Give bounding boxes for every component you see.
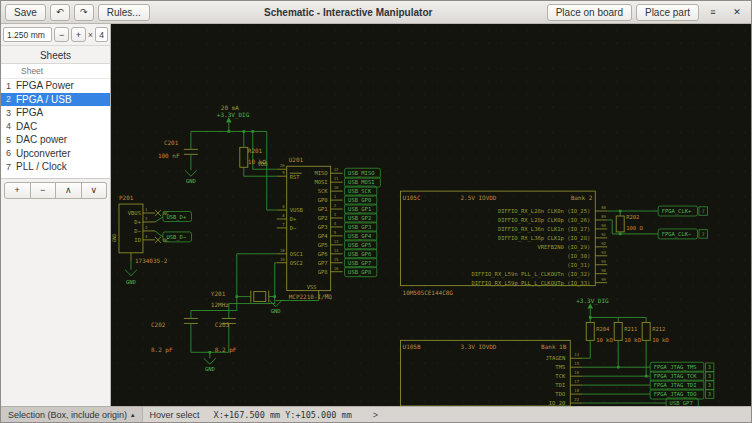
schematic-text: 18	[280, 248, 285, 253]
net-label[interactable]: USB_GP2	[345, 213, 377, 223]
net-label[interactable]: FPGA_CLK+7	[658, 206, 707, 216]
schematic-text: +3.3V_DIG	[217, 111, 250, 119]
svg-text:3: 3	[708, 364, 711, 370]
schematic-text: GND	[126, 279, 136, 285]
schematic-text: 8.2 pF	[215, 346, 237, 354]
selection-mode-button[interactable]: Selection (Box, include origin) ▴	[1, 407, 143, 422]
schematic-text: GP1	[318, 206, 328, 212]
redo-icon[interactable]: ↷	[74, 4, 94, 21]
selection-mode-arrow-icon: ▴	[131, 411, 135, 419]
schematic-text: 3	[334, 212, 337, 217]
main-area: 1.250 mm − + × 4 Sheets Sheet 1FPGA Powe…	[1, 24, 751, 406]
schematic-text: C201	[164, 139, 179, 146]
sheet-name: Upconverter	[16, 148, 110, 159]
net-label[interactable]: FPGA_JTAG_TDI3	[650, 380, 714, 390]
schematic-text: 94	[601, 259, 606, 264]
grid-spacing-input[interactable]: 1.250 mm	[3, 27, 52, 42]
net-label[interactable]: USB_SCK	[345, 186, 377, 196]
net-label[interactable]: USB_GP3	[345, 222, 377, 232]
grid-controls: 1.250 mm − + × 4	[1, 24, 110, 46]
net-label[interactable]: USB_GP5	[345, 240, 377, 250]
net-label[interactable]: FPGA_JTAG_TMS3	[650, 362, 714, 372]
tool-hint: Hover select	[143, 407, 207, 422]
sheet-number: 1	[1, 81, 16, 91]
svg-text:FPGA_JTAG_TCK: FPGA_JTAG_TCK	[654, 373, 698, 380]
undo-icon[interactable]: ↶	[50, 4, 70, 21]
net-label[interactable]: USB_GP1	[345, 204, 377, 214]
svg-text:3: 3	[708, 391, 711, 397]
net-label[interactable]: USB_GP6	[345, 249, 377, 259]
schematic-text: 10	[334, 185, 339, 190]
close-icon[interactable]: ✕	[727, 4, 747, 21]
sheet-row[interactable]: 5DAC power	[1, 133, 110, 147]
sheet-row[interactable]: 1FPGA Power	[1, 79, 110, 93]
sheet-row[interactable]: 6Upconverter	[1, 147, 110, 161]
net-label[interactable]: USB_GP0	[345, 195, 377, 205]
svg-text:USB_GP5: USB_GP5	[348, 242, 371, 249]
schematic-text: GP7	[318, 260, 328, 266]
sheet-row[interactable]: 7PLL / Clock	[1, 160, 110, 174]
grid-multiplier-icon: ×	[88, 30, 93, 40]
schematic-text: JTAGEN	[545, 355, 565, 361]
schematic-text: TMS	[555, 364, 565, 370]
sheet-number: 3	[1, 108, 16, 118]
schematic-text: DIFFIO_RX_L36p CLK1p (IO_28)	[498, 235, 590, 242]
sheet-row[interactable]: 2FPGA / USB	[1, 93, 110, 107]
schematic-text: D−	[290, 225, 297, 231]
schematic-text: 8	[282, 213, 285, 218]
schematic-text: 6	[282, 204, 285, 209]
schematic-text: 5	[334, 230, 337, 235]
net-label[interactable]: USB_MOSI	[345, 177, 381, 187]
sheet-number: 6	[1, 148, 16, 158]
net-label[interactable]: FPGA_JTAG_TCK3	[650, 371, 714, 381]
titlebar: Save ↶ ↷ Rules... Schematic - Interactiv…	[1, 1, 751, 24]
schematic-text: RST	[290, 174, 301, 180]
schematic-text: Bank 1B	[541, 343, 567, 350]
net-label[interactable]: USB_GP8	[345, 267, 377, 277]
net-label[interactable]: USB_GP4	[345, 231, 377, 241]
schematic-text: OSC1	[290, 251, 303, 257]
grid-plus-button[interactable]: +	[71, 27, 86, 42]
place-part-button[interactable]: Place part	[636, 4, 699, 21]
net-label[interactable]: USB_MISO	[345, 168, 381, 178]
rules-button[interactable]: Rules...	[98, 4, 150, 21]
schematic-texts: 20 mA+3.3V_DIGC201100 nFGNDR20110 kΩU201…	[111, 104, 714, 406]
delete-sheet-button[interactable]: −	[31, 182, 57, 199]
svg-text:FPGA_CLK+: FPGA_CLK+	[662, 208, 692, 215]
net-label[interactable]: FPGA_JTAG_TDO3	[650, 389, 714, 399]
grid-minus-button[interactable]: −	[54, 27, 69, 42]
add-sheet-button[interactable]: +	[4, 182, 31, 199]
move-sheet-up-button[interactable]: ∧	[56, 182, 82, 199]
statusbar-expander[interactable]: >	[373, 410, 378, 420]
svg-text:USB_GP3: USB_GP3	[348, 224, 371, 231]
schematic-text: 9	[282, 170, 285, 175]
schematic-text: 10M50SCE144C8G	[403, 289, 454, 296]
schematic-text: U201	[289, 156, 304, 163]
svg-text:USB_GP4: USB_GP4	[348, 233, 372, 240]
schematic-text: R201	[248, 147, 263, 154]
save-button[interactable]: Save	[5, 4, 46, 21]
schematic-svg[interactable]: 20 mA+3.3V_DIGC201100 nFGNDR20110 kΩU201…	[111, 24, 751, 406]
schematic-canvas[interactable]: 20 mA+3.3V_DIGC201100 nFGNDR20110 kΩU201…	[111, 24, 751, 406]
sheet-row[interactable]: 3FPGA	[1, 106, 110, 120]
sheet-number: 4	[1, 121, 16, 131]
move-sheet-down-button[interactable]: ∨	[82, 182, 108, 199]
sheet-row[interactable]: 4DAC	[1, 120, 110, 134]
schematic-text: 22	[574, 397, 579, 402]
sheet-list-toolbar: + − ∧ ∨	[1, 179, 110, 202]
schematic-text: GND	[186, 178, 196, 184]
place-on-board-button[interactable]: Place on board	[547, 4, 632, 21]
menu-icon[interactable]: ≡	[703, 4, 723, 21]
grid-count-input[interactable]: 4	[95, 27, 108, 42]
svg-text:USB_GP2: USB_GP2	[348, 215, 371, 222]
net-label[interactable]: USB_GP7	[345, 258, 377, 268]
net-label[interactable]: FPGA_CLK−7	[658, 229, 707, 239]
schematic-text: TCK	[555, 373, 566, 379]
net-label[interactable]: USB_D+	[163, 212, 192, 222]
schematic-text: C202	[151, 321, 166, 328]
schematic-text: 100 Ω	[626, 225, 643, 231]
svg-text:USB_D+: USB_D+	[166, 214, 186, 221]
sheet-number: 2	[1, 94, 16, 104]
schematic-text: 2	[334, 203, 337, 208]
schematic-text: VDD	[258, 161, 268, 167]
